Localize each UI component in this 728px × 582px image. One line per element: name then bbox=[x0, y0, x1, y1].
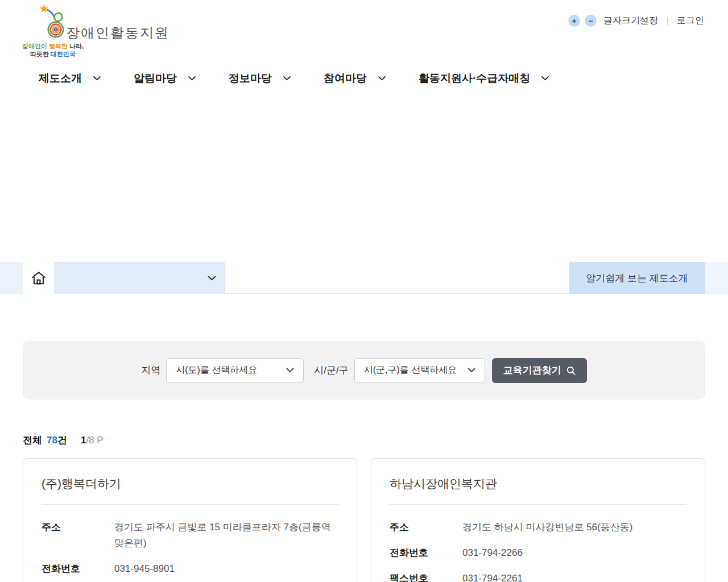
institution-card[interactable]: (주)행복더하기 주소 경기도 파주시 금빛로 15 미라클프라자 7층(금릉역… bbox=[23, 458, 357, 582]
header: 장애인이 행복한 나라, 따뜻한 대한민국 장애인활동지원 + − 글자크기설정… bbox=[0, 0, 728, 63]
page-total: /8 P bbox=[86, 435, 103, 446]
results-info: 전체 78 건 1/8 P bbox=[23, 434, 104, 447]
nav-item-notice[interactable]: 알림마당 bbox=[134, 71, 196, 86]
page: 장애인이 행복한 나라, 따뜻한 대한민국 장애인활동지원 + − 글자크기설정… bbox=[0, 0, 728, 582]
result-cards: (주)행복더하기 주소 경기도 파주시 금빛로 15 미라클프라자 7층(금릉역… bbox=[23, 458, 705, 582]
chevron-down-icon bbox=[378, 76, 386, 81]
chevron-down-icon bbox=[283, 76, 291, 81]
plus-icon: + bbox=[572, 16, 576, 26]
total-count: 78 bbox=[47, 435, 57, 446]
nav-item-participation[interactable]: 참여마당 bbox=[324, 71, 386, 86]
search-filter-panel: 지역 시(도)를 선택하세요 시/군/구 시(군,구)를 선택하세요 교육기관찾… bbox=[23, 341, 705, 400]
logo-caption: 장애인이 행복한 나라, 따뜻한 대한민국 bbox=[22, 42, 84, 58]
total-label: 전체 bbox=[23, 434, 42, 447]
district-select-value: 시(군,구)를 선택하세요 bbox=[364, 364, 457, 376]
chevron-down-icon bbox=[208, 276, 216, 281]
logo-icon bbox=[35, 3, 71, 40]
chevron-down-icon bbox=[541, 76, 549, 81]
district-label: 시/군/구 bbox=[314, 364, 348, 377]
nav-item-matching[interactable]: 활동지원사·수급자매칭 bbox=[419, 71, 549, 86]
region-select[interactable]: 시(도)를 선택하세요 bbox=[166, 358, 304, 383]
nav-item-intro[interactable]: 제도소개 bbox=[39, 71, 101, 86]
card-divider bbox=[390, 504, 686, 505]
breadcrumb-dropdown[interactable] bbox=[54, 262, 225, 294]
breadcrumb-home-button[interactable] bbox=[23, 262, 54, 294]
chevron-down-icon bbox=[468, 368, 475, 373]
institution-name: 하남시장애인복지관 bbox=[390, 476, 686, 492]
login-link[interactable]: 로그인 bbox=[677, 15, 704, 27]
band-right-strip bbox=[705, 262, 728, 294]
region-select-value: 시(도)를 선택하세요 bbox=[176, 364, 257, 376]
card-row-phone: 전화번호 031-945-8901 bbox=[42, 561, 338, 577]
site-title[interactable]: 장애인활동지원 bbox=[66, 24, 169, 42]
card-row-fax: 팩스번호 031-794-2261 bbox=[390, 571, 686, 582]
find-institution-button[interactable]: 교육기관찾기 bbox=[492, 358, 587, 383]
card-row-phone: 전화번호 031-794-2266 bbox=[390, 545, 686, 561]
card-row-address: 주소 경기도 파주시 금빛로 15 미라클프라자 7층(금릉역 맞은편) bbox=[42, 519, 338, 551]
font-increase-button[interactable]: + bbox=[568, 15, 580, 27]
institution-card[interactable]: 하남시장애인복지관 주소 경기도 하남시 미사강변남로 56(풍산동) 전화번호… bbox=[371, 458, 705, 582]
font-size-setting-label[interactable]: 글자크기설정 bbox=[603, 15, 658, 27]
chevron-down-icon bbox=[188, 76, 196, 81]
home-icon bbox=[31, 271, 46, 285]
breadcrumb-band: 알기쉽게 보는 제도소개 bbox=[0, 262, 728, 294]
institution-name: (주)행복더하기 bbox=[42, 476, 338, 492]
card-divider bbox=[42, 504, 338, 505]
district-select[interactable]: 시(군,구)를 선택하세요 bbox=[354, 358, 485, 383]
chevron-down-icon bbox=[93, 76, 101, 81]
card-row-address: 주소 경기도 하남시 미사강변남로 56(풍산동) bbox=[390, 519, 686, 535]
header-utility-bar: + − 글자크기설정 로그인 bbox=[568, 15, 704, 27]
utility-divider bbox=[667, 17, 668, 25]
page-current: 1 bbox=[81, 435, 86, 446]
chevron-down-icon bbox=[286, 368, 294, 373]
region-label: 지역 bbox=[141, 364, 160, 377]
nav-item-information[interactable]: 정보마당 bbox=[229, 71, 291, 86]
filter-row: 지역 시(도)를 선택하세요 시/군/구 시(군,구)를 선택하세요 교육기관찾… bbox=[141, 358, 586, 383]
search-icon bbox=[566, 366, 576, 375]
main-nav: 제도소개 알림마당 정보마당 참여마당 활동지원사·수급자매칭 bbox=[39, 63, 549, 94]
page-indicator: 1/8 P bbox=[81, 435, 104, 446]
count-unit: 건 bbox=[57, 434, 67, 447]
font-decrease-button[interactable]: − bbox=[585, 15, 597, 27]
minus-icon: − bbox=[588, 16, 593, 26]
band-left-strip bbox=[0, 262, 23, 294]
easy-intro-button[interactable]: 알기쉽게 보는 제도소개 bbox=[569, 262, 705, 294]
